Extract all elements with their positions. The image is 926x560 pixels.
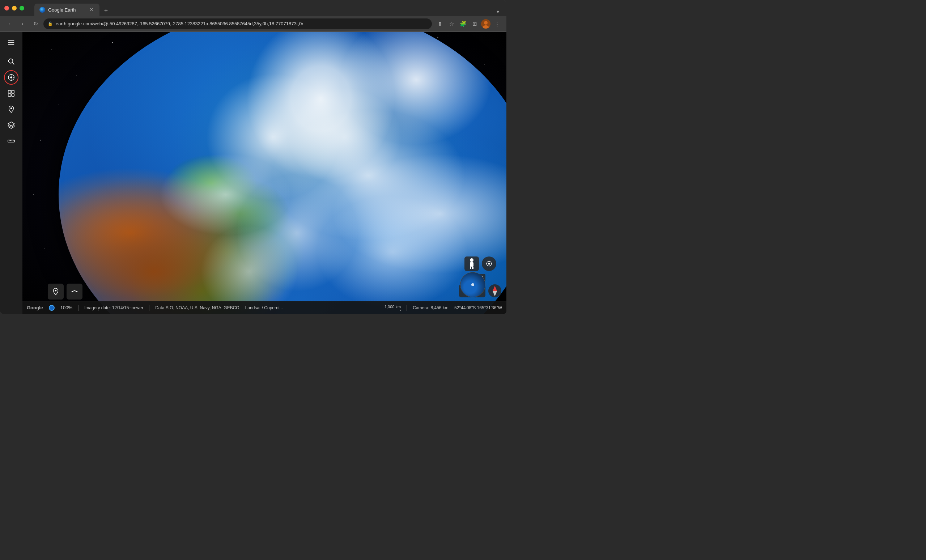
layers-icon [7, 121, 15, 129]
svg-point-25 [51, 50, 52, 50]
add-route-button[interactable] [67, 284, 82, 300]
address-bar[interactable]: 🔒 earth.google.com/web/@-50.49269287,-16… [44, 18, 432, 29]
svg-marker-19 [8, 122, 14, 126]
menu-icon [7, 39, 15, 47]
tab-favicon [39, 7, 45, 13]
location-icon [486, 260, 493, 267]
toolbar-actions: ⬆ ☆ 🧩 ⊞ ⋮ [435, 19, 502, 29]
share-icon[interactable]: ⬆ [435, 19, 445, 29]
svg-point-50 [76, 291, 78, 292]
svg-point-51 [470, 258, 474, 262]
north-arrow-down [493, 291, 497, 296]
search-icon [7, 58, 15, 65]
svg-rect-54 [472, 266, 474, 269]
tab-close-button[interactable]: × [89, 7, 94, 13]
browser-window: Google Earth × + ▾ ‹ › ↻ 🔒 earth.google.… [0, 0, 507, 314]
svg-point-56 [488, 263, 490, 265]
svg-point-44 [33, 194, 34, 195]
loading-percent: 100% [61, 305, 72, 310]
bottom-toolbar [48, 284, 82, 300]
svg-point-48 [55, 290, 57, 292]
split-view-icon[interactable]: ⊞ [469, 19, 480, 29]
svg-rect-20 [8, 140, 14, 142]
add-placemark-button[interactable] [48, 284, 64, 300]
route-icon [71, 288, 79, 295]
pin-icon [52, 288, 60, 295]
earth-globe [59, 32, 507, 314]
status-divider-2 [149, 305, 150, 311]
loading-dot [49, 305, 54, 311]
bookmark-icon[interactable]: ☆ [446, 19, 457, 29]
svg-rect-4 [8, 42, 14, 43]
svg-rect-14 [8, 91, 11, 93]
north-arrow-up [493, 286, 497, 291]
maximize-button[interactable] [20, 6, 24, 11]
earth-clouds [59, 32, 507, 314]
active-tab[interactable]: Google Earth × [34, 4, 100, 16]
profile-avatar[interactable] [481, 19, 490, 29]
svg-rect-16 [8, 94, 11, 96]
location-button[interactable] [482, 256, 496, 271]
new-tab-button[interactable]: + [101, 6, 111, 16]
tab-bar: Google Earth × + ▾ [34, 0, 502, 16]
svg-point-1 [484, 21, 487, 24]
sidebar-placemark-button[interactable] [4, 102, 18, 117]
status-divider-1 [78, 305, 79, 311]
pegman-button[interactable] [465, 256, 479, 271]
sidebar-layers-button[interactable] [4, 118, 18, 132]
sidebar-voyager-button[interactable] [4, 70, 18, 85]
sidebar-projects-button[interactable] [4, 86, 18, 101]
svg-point-45 [44, 248, 44, 249]
main-content: 2D − + [0, 32, 507, 314]
sidebar [0, 32, 23, 314]
voyager-icon [7, 73, 15, 82]
avatar-image [481, 19, 490, 29]
scale-line [372, 310, 401, 311]
svg-rect-3 [8, 41, 14, 41]
tab-dropdown-button[interactable]: ▾ [494, 7, 502, 16]
placemark-icon [7, 105, 15, 113]
projects-icon [7, 89, 15, 97]
address-text: earth.google.com/web/@-50.49269287,-165.… [56, 21, 428, 26]
title-bar: Google Earth × + ▾ [0, 0, 507, 16]
scale-label: 1,000 km [384, 304, 401, 309]
sidebar-measure-button[interactable] [4, 134, 18, 148]
coordinates: 52°44'08"S 165°31'36"W [454, 305, 502, 310]
menu-button[interactable]: ⋮ [492, 19, 502, 29]
svg-point-42 [40, 140, 41, 140]
tab-title: Google Earth [48, 7, 86, 13]
lock-icon: 🔒 [48, 21, 53, 26]
camera-distance: Camera: 8,456 km [413, 305, 449, 310]
mini-globe-marker [471, 283, 474, 286]
minimize-button[interactable] [12, 6, 17, 11]
svg-rect-15 [12, 91, 14, 93]
svg-point-18 [11, 107, 12, 109]
mini-globe[interactable] [460, 272, 486, 297]
imagery-date: Imagery date: 12/14/15−newer [84, 305, 143, 310]
scale-bar: 1,000 km [372, 304, 401, 311]
extensions-icon[interactable]: 🧩 [458, 19, 468, 29]
reload-button[interactable]: ↻ [30, 19, 41, 29]
hamburger-menu[interactable] [4, 35, 18, 50]
imagery-attribution: Landsat / Coperni... [245, 305, 283, 310]
north-indicator[interactable] [488, 285, 501, 297]
sidebar-search-button[interactable] [4, 54, 18, 69]
measure-icon [7, 137, 15, 145]
browser-toolbar: ‹ › ↻ 🔒 earth.google.com/web/@-50.492692… [0, 16, 507, 32]
status-bar: Google 100% Imagery date: 12/14/15−newer… [23, 301, 507, 314]
back-button[interactable]: ‹ [5, 19, 14, 29]
svg-line-7 [12, 63, 14, 64]
svg-point-49 [72, 291, 73, 292]
svg-rect-52 [470, 262, 474, 266]
pegman-icon [468, 258, 476, 269]
google-label: Google [27, 305, 43, 310]
svg-point-9 [10, 76, 12, 79]
data-attribution: Data SIO, NOAA, U.S. Navy, NGA, GEBCO [155, 305, 239, 310]
svg-rect-5 [8, 44, 14, 45]
forward-button[interactable]: › [17, 19, 27, 29]
status-divider-3 [407, 305, 407, 311]
map-container[interactable]: 2D − + [23, 32, 507, 314]
svg-rect-17 [12, 94, 14, 96]
close-button[interactable] [5, 6, 9, 11]
traffic-lights [5, 6, 24, 11]
